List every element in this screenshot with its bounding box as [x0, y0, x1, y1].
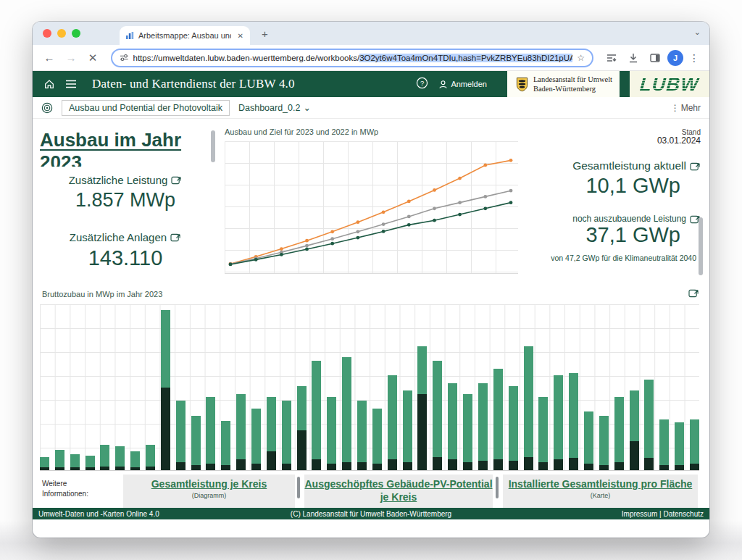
link-gebaeude-pv-potential[interactable]: Ausgeschöpftes Gebäude-PV-Potential je K…: [304, 475, 493, 508]
stacked-bar: [433, 361, 442, 470]
download-icon[interactable]: [624, 49, 643, 67]
stacked-bar: [463, 394, 472, 470]
url-selected-text: 3O2yt6w4Toa4mOn4TDIu,hash=PvkZRBYEu83hDI…: [359, 54, 572, 62]
tab-title: Arbeitsmappe: Ausbau und P…: [138, 31, 231, 40]
dashboard: Ausbau im Jahr 2023 Zusätzliche Leistung…: [33, 119, 709, 508]
browser-tab[interactable]: Arbeitsmappe: Ausbau und P… ✕: [120, 26, 250, 45]
line-chart: [225, 141, 518, 274]
tab-close-icon[interactable]: ✕: [235, 31, 246, 41]
coat-of-arms-icon: [516, 77, 528, 92]
more-button[interactable]: ⋮ Mehr: [671, 103, 701, 113]
maximize-window-button[interactable]: [72, 29, 80, 38]
bookmark-star-icon[interactable]: ☆: [577, 53, 585, 63]
close-window-button[interactable]: [43, 29, 51, 38]
stacked-bar: [478, 383, 488, 470]
stacked-bar: [659, 419, 669, 470]
tab-favicon-chart-icon: [125, 31, 134, 40]
more-info-label: Weitere Informationen:: [42, 479, 88, 499]
site-settings-icon[interactable]: [120, 53, 129, 62]
home-icon[interactable]: [38, 78, 60, 90]
info-card-icon[interactable]: [688, 288, 699, 298]
stacked-bar: [614, 397, 624, 470]
stacked-bar: [312, 361, 321, 470]
info-card-icon[interactable]: [690, 162, 701, 171]
forward-button[interactable]: →: [62, 49, 80, 67]
line-chart-svg: [225, 141, 518, 273]
total-power-value: 10,1 GWp: [585, 174, 680, 197]
remaining-power-value: 37,1 GWp: [585, 223, 680, 246]
tab-search-chevron-icon[interactable]: ⌄: [694, 28, 701, 37]
chevron-down-icon: ⌄: [303, 102, 310, 113]
total-power-label: Gesamtleistung aktuell: [572, 159, 686, 172]
stacked-bar: [554, 375, 563, 470]
line-chart-title: Ausbau und Ziel für 2023 und 2022 in MWp: [225, 128, 378, 136]
stacked-bar: [267, 397, 276, 470]
stacked-bar: [584, 411, 593, 470]
remaining-power-label: noch auszubauende Leistung: [572, 214, 686, 224]
page-title: Daten- und Kartendienst der LUBW 4.0: [92, 77, 295, 91]
stacked-bar: [630, 390, 639, 470]
target-icon: [41, 102, 53, 114]
dashboard-heading: Ausbau im Jahr 2023: [40, 129, 207, 167]
lubw-logo: LUBW: [630, 71, 709, 97]
link-gesamtleistung-je-kreis[interactable]: Gesamtleistung je Kreis (Diagramm): [123, 475, 295, 508]
stop-reload-button[interactable]: ✕: [83, 49, 102, 67]
metric-additional-plants-value: 143.110: [46, 246, 205, 270]
kebab-icon: ⋮: [671, 103, 680, 113]
reading-list-icon[interactable]: [602, 49, 621, 67]
minimize-window-button[interactable]: [57, 29, 66, 38]
lubw-header: Daten- und Kartendienst der LUBW 4.0 ? A…: [33, 71, 709, 97]
stacked-bar: [86, 456, 95, 470]
metric-additional-power: Zusätzliche Leistung: [46, 174, 205, 187]
stacked-bar: [524, 346, 533, 470]
stacked-bar: [282, 401, 291, 470]
stacked-bar: [342, 357, 351, 470]
login-button[interactable]: Anmelden: [438, 80, 487, 89]
new-tab-button[interactable]: +: [257, 28, 272, 40]
agency-line1: Landesanstalt für Umwelt: [533, 75, 612, 84]
view-toolbar: Ausbau und Potential der Photovoltaik Da…: [33, 97, 709, 119]
stacked-bar: [327, 397, 336, 470]
scrollbar-thumb[interactable]: [496, 477, 499, 498]
stacked-bar: [388, 375, 397, 470]
menu-hamburger-icon[interactable]: [60, 79, 82, 89]
stacked-bar: [493, 369, 503, 470]
stacked-bar: [644, 380, 654, 470]
address-bar[interactable]: https://umweltdaten.lubw.baden-wuerttemb…: [111, 49, 593, 67]
window-controls: [43, 29, 80, 38]
footer-links[interactable]: Impressum | Datenschutz: [622, 510, 704, 518]
remaining-power-note: von 47,2 GWp für die Klimaneutralität 20…: [551, 254, 696, 262]
bar-chart: [40, 304, 699, 471]
stacked-bar: [538, 397, 548, 470]
info-card-icon[interactable]: [170, 233, 181, 242]
info-card-icon[interactable]: [171, 175, 182, 185]
stacked-bar: [100, 445, 109, 470]
scrollbar-thumb[interactable]: [211, 130, 215, 162]
profile-avatar[interactable]: J: [667, 50, 683, 66]
stacked-bar: [675, 422, 684, 470]
scrollbar-thumb[interactable]: [699, 217, 703, 275]
stacked-bar: [221, 421, 230, 470]
scrollbar-thumb[interactable]: [297, 477, 300, 498]
stacked-bar: [403, 390, 412, 470]
stacked-bar: [40, 457, 49, 470]
workbook-chip[interactable]: Ausbau und Potential der Photovoltaik: [62, 100, 230, 116]
stacked-bar: [146, 445, 155, 470]
side-panel-icon[interactable]: [646, 49, 664, 67]
back-button[interactable]: ←: [40, 49, 59, 67]
browser-menu-icon[interactable]: ⋮: [686, 52, 702, 64]
stacked-bar: [599, 416, 609, 470]
dashboard-select[interactable]: Dashboard_0.2 ⌄: [238, 102, 311, 113]
stacked-bar: [236, 394, 246, 470]
stacked-bar: [55, 450, 64, 470]
stacked-bar: [297, 386, 307, 470]
url-text[interactable]: https://umweltdaten.lubw.baden-wuerttemb…: [133, 54, 573, 62]
stacked-bar: [569, 373, 578, 470]
stacked-bar: [251, 409, 261, 470]
link-gesamtleistung-pro-flaeche[interactable]: Installierte Gesamtleistung pro Fläche (…: [503, 475, 698, 508]
help-icon[interactable]: ?: [416, 77, 428, 92]
stacked-bar: [115, 446, 125, 470]
stacked-bar: [417, 346, 427, 470]
stacked-bar: [176, 401, 186, 470]
url-prefix: https://umweltdaten.lubw.baden-wuerttemb…: [133, 54, 360, 62]
